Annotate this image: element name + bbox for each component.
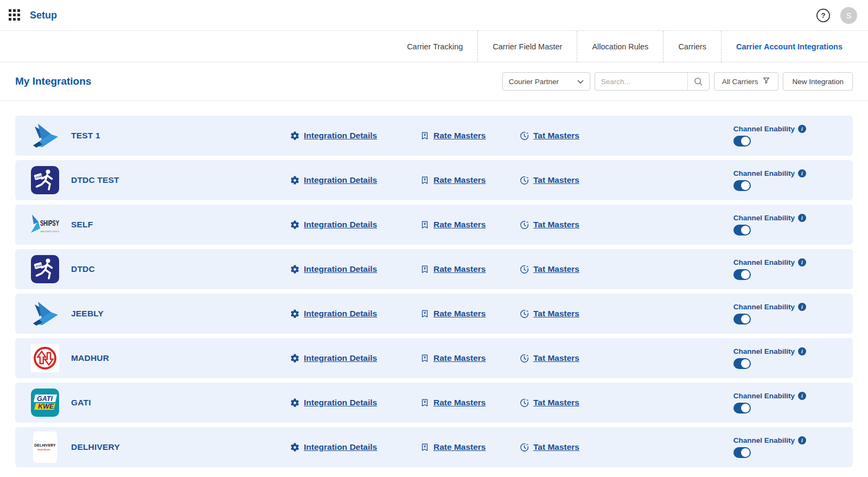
carrier-logo — [30, 342, 60, 374]
rate-masters-link[interactable]: Rate Masters — [433, 220, 486, 230]
channel-enability-toggle[interactable] — [733, 403, 751, 414]
info-icon[interactable]: i — [798, 436, 806, 444]
info-icon[interactable]: i — [798, 347, 806, 355]
integration-row: GATIKWE GATI Integration Details ¥ Rate … — [15, 383, 853, 423]
gear-icon — [290, 398, 300, 408]
gear-icon — [290, 175, 300, 186]
carrier-logo: GATIKWE — [30, 386, 60, 419]
new-integration-button[interactable]: New Integration — [783, 72, 853, 91]
integration-row: DTDC DTDC Integration Details ¥ Rate Mas… — [15, 249, 853, 289]
info-icon[interactable]: i — [798, 214, 806, 222]
tab-carrier-tracking[interactable]: Carrier Tracking — [392, 31, 477, 62]
svg-text:¥: ¥ — [424, 221, 426, 226]
info-icon[interactable]: i — [798, 392, 806, 400]
channel-enability-toggle[interactable] — [733, 447, 751, 458]
integration-details-link[interactable]: Integration Details — [304, 398, 377, 408]
tat-masters-link[interactable]: Tat Masters — [533, 264, 579, 274]
tab-carrier-account-integrations[interactable]: Carrier Account Integrations — [721, 31, 857, 62]
rate-badge-icon: ¥ — [420, 131, 430, 141]
svg-text:Small World: Small World — [37, 448, 50, 451]
carrier-logo: DTDC — [30, 253, 60, 285]
tat-masters-link[interactable]: Tat Masters — [533, 131, 579, 141]
svg-text:¥: ¥ — [424, 132, 426, 137]
info-icon[interactable]: i — [798, 303, 806, 311]
svg-text:KWE: KWE — [38, 403, 54, 410]
gear-icon — [290, 264, 300, 275]
info-icon[interactable]: i — [798, 258, 806, 266]
integration-details-link[interactable]: Integration Details — [304, 264, 377, 274]
svg-text:¥: ¥ — [424, 310, 426, 315]
channel-enability-label: Channel Enability — [733, 125, 795, 133]
integration-details-link[interactable]: Integration Details — [304, 220, 377, 230]
carrier-name: SELF — [71, 220, 290, 230]
clock-icon — [519, 264, 529, 275]
rate-masters-link[interactable]: Rate Masters — [433, 353, 486, 363]
section-heading: My Integrations — [15, 75, 91, 87]
channel-enability-label: Channel Enability — [733, 214, 795, 222]
rate-badge-icon: ¥ — [420, 353, 430, 364]
integration-details-link[interactable]: Integration Details — [304, 309, 377, 319]
carrier-name: GATI — [71, 398, 290, 408]
info-icon[interactable]: i — [798, 125, 806, 133]
integration-row: JEEBLY Integration Details ¥ Rate Master… — [15, 294, 853, 334]
rate-masters-link[interactable]: Rate Masters — [433, 309, 486, 319]
channel-enability-toggle[interactable] — [733, 269, 751, 280]
search-icon[interactable] — [687, 73, 709, 90]
clock-icon — [519, 131, 529, 141]
gear-icon — [290, 131, 300, 141]
channel-enability-toggle[interactable] — [733, 136, 751, 147]
rate-badge-icon: ¥ — [420, 220, 430, 230]
clock-icon — [519, 398, 529, 408]
filter-label: All Carriers — [722, 78, 758, 86]
rate-masters-link[interactable]: Rate Masters — [433, 398, 486, 408]
clock-icon — [519, 309, 529, 319]
tat-masters-link[interactable]: Tat Masters — [533, 175, 579, 185]
svg-text:DELHIVERY: DELHIVERY — [34, 443, 56, 447]
info-icon[interactable]: i — [798, 169, 806, 177]
clock-icon — [519, 353, 529, 364]
tab-allocation-rules[interactable]: Allocation Rules — [577, 31, 663, 62]
tab-carriers[interactable]: Carriers — [663, 31, 721, 62]
channel-enability-toggle[interactable] — [733, 225, 751, 236]
carrier-type-select[interactable]: Courier Partner — [502, 72, 590, 91]
tab-carrier-field-master[interactable]: Carrier Field Master — [477, 31, 577, 62]
carrier-logo: SHIPSYDATA DRIVEN LOGISTICS — [30, 208, 60, 241]
svg-text:GATI: GATI — [37, 395, 53, 403]
carrier-name: JEEBLY — [71, 309, 290, 319]
rate-masters-link[interactable]: Rate Masters — [433, 264, 486, 274]
settings-tabbar: Carrier Tracking Carrier Field Master Al… — [0, 31, 868, 62]
svg-text:?: ? — [821, 11, 826, 20]
tat-masters-link[interactable]: Tat Masters — [533, 309, 579, 319]
integration-row: TEST 1 Integration Details ¥ Rate Master… — [15, 116, 853, 156]
integration-details-link[interactable]: Integration Details — [304, 175, 377, 185]
channel-enability-toggle[interactable] — [733, 358, 751, 369]
avatar[interactable]: S — [840, 7, 857, 24]
channel-enability-toggle[interactable] — [733, 180, 751, 191]
rate-badge-icon: ¥ — [420, 309, 430, 319]
integration-row: DTDC DTDC TEST Integration Details ¥ Rat… — [15, 160, 853, 200]
all-carriers-filter-button[interactable]: All Carriers — [714, 72, 779, 91]
integration-details-link[interactable]: Integration Details — [304, 131, 377, 141]
svg-text:¥: ¥ — [424, 444, 426, 448]
channel-enability: Channel Enability i — [733, 392, 806, 414]
app-grid-icon[interactable] — [9, 9, 21, 21]
integration-details-link[interactable]: Integration Details — [304, 353, 377, 363]
rate-masters-link[interactable]: Rate Masters — [433, 131, 486, 141]
filter-funnel-icon — [762, 77, 770, 86]
svg-text:¥: ¥ — [424, 266, 426, 270]
channel-enability: Channel Enability i — [733, 258, 806, 280]
channel-enability: Channel Enability i — [733, 347, 806, 369]
rate-masters-link[interactable]: Rate Masters — [433, 442, 486, 452]
integration-details-link[interactable]: Integration Details — [304, 442, 377, 452]
tat-masters-link[interactable]: Tat Masters — [533, 442, 579, 452]
search-input[interactable] — [595, 78, 687, 86]
tat-masters-link[interactable]: Tat Masters — [533, 353, 579, 363]
help-icon[interactable]: ? — [816, 8, 831, 23]
top-bar: Setup ? S — [0, 0, 868, 31]
tat-masters-link[interactable]: Tat Masters — [533, 398, 579, 408]
rate-masters-link[interactable]: Rate Masters — [433, 175, 486, 185]
gear-icon — [290, 442, 300, 453]
tat-masters-link[interactable]: Tat Masters — [533, 220, 579, 230]
channel-enability-toggle[interactable] — [733, 314, 751, 325]
channel-enability: Channel Enability i — [733, 303, 806, 325]
